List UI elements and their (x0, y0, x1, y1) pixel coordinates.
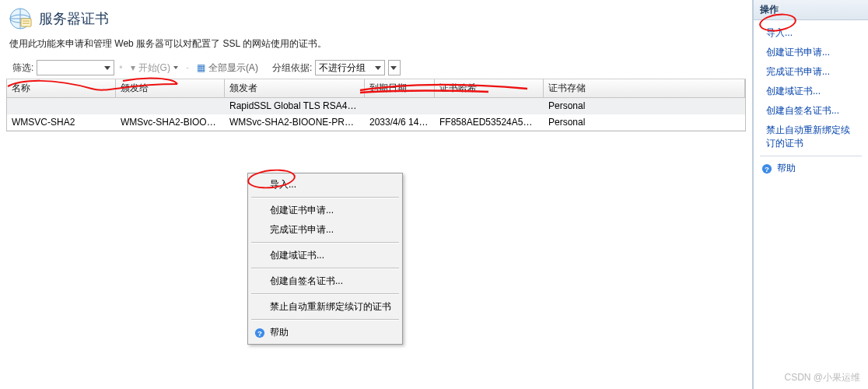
groupby-label: 分组依据: (272, 61, 312, 75)
help-icon: ? (254, 328, 265, 338)
svg-text:?: ? (257, 328, 262, 337)
col-issued[interactable]: 颁发给 (116, 79, 225, 97)
action-complete-request[interactable]: 完成证书申请... (755, 62, 866, 82)
start-button[interactable]: ▾ 开始(G) (128, 60, 181, 75)
col-store[interactable]: 证书存储 (544, 79, 745, 97)
col-expiry[interactable]: 到期日期 (365, 79, 435, 97)
col-hash[interactable]: 证书哈希 (435, 79, 544, 97)
table-row[interactable]: RapidSSL Global TLS RSA4096 SHA... Perso… (7, 98, 745, 114)
col-issuer[interactable]: 颁发者 (225, 79, 365, 97)
action-import[interactable]: 导入... (755, 23, 866, 43)
help-icon: ? (761, 163, 772, 174)
filter-select[interactable] (37, 60, 114, 75)
show-all-icon: ▦ (197, 62, 205, 73)
action-disable-rebind[interactable]: 禁止自动重新绑定续订的证书 (755, 121, 866, 153)
groupby-select[interactable]: 不进行分组 (315, 60, 385, 75)
server-cert-icon (8, 6, 33, 31)
svg-rect-2 (21, 19, 31, 26)
ctx-create-domain[interactable]: 创建域证书... (250, 246, 401, 265)
actions-pane: 操作 导入... 创建证书申请... 完成证书申请... 创建域证书... 创建… (753, 0, 868, 389)
toolbar: 筛选: • ▾ 开始(G) - ▦ 全部显示(A) 分组依据: 不进行分组 (6, 58, 746, 79)
table-row[interactable]: WMSVC-SHA2 WMSvc-SHA2-BIOONE-PR... WMSvc… (7, 114, 745, 131)
actions-header: 操作 (754, 0, 868, 20)
ctx-disable-rebind[interactable]: 禁止自动重新绑定续订的证书 (250, 297, 401, 317)
watermark: CSDN @小果运维 (784, 371, 860, 384)
ctx-import[interactable]: 导入... (250, 175, 401, 194)
action-help[interactable]: ? 帮助 (755, 159, 866, 178)
context-menu: 导入... 创建证书申请... 完成证书申请... 创建域证书... 创建自签名… (247, 173, 403, 345)
ctx-create-selfsigned[interactable]: 创建自签名证书... (250, 272, 401, 291)
ctx-create-request[interactable]: 创建证书申请... (250, 201, 401, 220)
filter-label: 筛选: (12, 61, 33, 75)
start-icon: ▾ (131, 62, 135, 73)
action-create-selfsigned[interactable]: 创建自签名证书... (755, 101, 866, 121)
action-create-request[interactable]: 创建证书申请... (755, 43, 866, 62)
svg-text:?: ? (765, 164, 769, 173)
col-name[interactable]: 名称 (7, 79, 116, 97)
show-all-button[interactable]: ▦ 全部显示(A) (194, 60, 261, 75)
grid-header: 名称 颁发给 颁发者 到期日期 证书哈希 证书存储 (7, 79, 745, 98)
ctx-complete-request[interactable]: 完成证书申请... (250, 220, 401, 240)
page-title: 服务器证书 (39, 9, 109, 28)
page-description: 使用此功能来申请和管理 Web 服务器可以对配置了 SSL 的网站使用的证书。 (0, 34, 752, 58)
groupby-extra[interactable] (388, 60, 401, 75)
ctx-help[interactable]: ? 帮助 (250, 323, 401, 342)
cert-grid: 名称 颁发给 颁发者 到期日期 证书哈希 证书存储 RapidSSL Globa… (6, 79, 746, 131)
action-create-domain[interactable]: 创建域证书... (755, 82, 866, 101)
